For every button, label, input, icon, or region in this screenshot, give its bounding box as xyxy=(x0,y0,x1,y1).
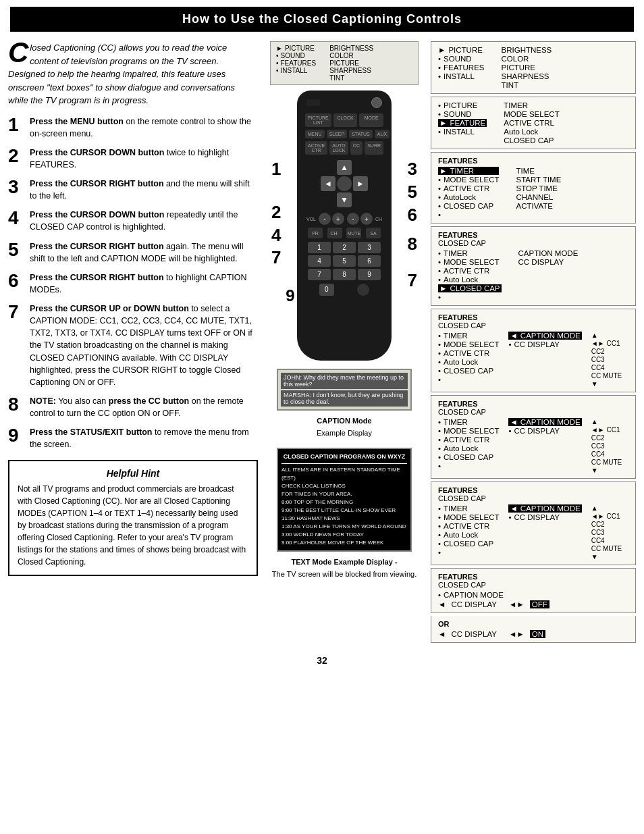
vol-up-button[interactable]: + xyxy=(332,213,344,225)
text-mode-line-8: 3:00 WORLD NEWS FOR TODAY xyxy=(281,531,407,539)
ch-ret-button[interactable]: CH- xyxy=(327,228,342,238)
panel7-cc3: CC3 xyxy=(591,529,622,536)
panel2-timer: TIMER xyxy=(504,101,559,109)
step-8: 8 NOTE: You also can press the CC button… xyxy=(8,395,258,419)
text-mode-line-7: 1:30 AS YOUR LIFE TURNS MY WORLD AROUND xyxy=(281,523,407,531)
text-mode-header: CLOSED CAPTION PROGRAMS ON WXYZ xyxy=(281,452,407,464)
text-mode-sublabel: The TV screen will be blocked from viewi… xyxy=(272,570,417,578)
ch-up-button[interactable]: + xyxy=(360,213,373,225)
keypad: 1 2 3 4 5 6 7 8 9 xyxy=(308,242,381,280)
step-4-number: 4 xyxy=(8,209,24,228)
panel5-cc-display-row: •CC DISPLAY xyxy=(508,340,581,348)
prev-button[interactable]: PR xyxy=(308,228,323,238)
second-button-row: MENU SLEEP STATUS AUX xyxy=(305,130,383,138)
panel7-autolock-row: •Auto Lock xyxy=(438,531,499,539)
panel9-or-label: OR xyxy=(438,620,628,628)
panel7-arrow-down: ▼ xyxy=(591,553,622,561)
steps-list: 1 Press the MENU button on the remote co… xyxy=(8,115,258,451)
menu-panel-4: FEATURES CLOSED CAP •TIMER •MODE SELECT … xyxy=(431,226,636,306)
text-mode-line-4: 8:00 TOP OF THE MORNING xyxy=(281,498,407,506)
ch-down-button[interactable]: - xyxy=(347,213,359,225)
step-2: 2 Press the CURSOR DOWN button twice to … xyxy=(8,147,258,171)
sleep-button[interactable]: SLEEP xyxy=(327,130,348,138)
panel2-active-ctrl: ACTIVE CTRL xyxy=(504,119,559,127)
remote-illustration-area: 1 247 356 8 7 xyxy=(270,90,419,361)
panel1-sharpness: SHARPNESS xyxy=(502,72,552,80)
status-button[interactable]: STATUS xyxy=(349,130,373,138)
step-6: 6 Press the CURSOR RIGHT button to highl… xyxy=(8,271,258,296)
key-2[interactable]: 2 xyxy=(333,242,356,253)
panel6-cc4: CC4 xyxy=(591,450,622,458)
panel3-activate: ACTIVATE xyxy=(516,202,561,210)
cc-button[interactable]: CC xyxy=(350,141,363,155)
cursor-right-button[interactable]: ► xyxy=(353,176,368,191)
key-7[interactable]: 7 xyxy=(308,269,331,280)
key-3[interactable]: 3 xyxy=(358,242,381,253)
step-labels-right: 356 8 7 xyxy=(408,158,417,292)
key-5[interactable]: 5 xyxy=(333,255,356,267)
step-1-number: 1 xyxy=(8,115,24,134)
panel7-caption-mode-row: ◄CAPTION MODE xyxy=(508,504,581,513)
panel1-install-row: •INSTALL xyxy=(438,72,485,80)
step-label-247: 247 xyxy=(271,201,281,269)
cursor-down-button[interactable]: ▼ xyxy=(337,192,352,207)
panel6-cc1-row: ◄►CC1 xyxy=(591,426,622,434)
panel4-autolock-row: •Auto Lock xyxy=(438,276,502,284)
step-9-number: 9 xyxy=(8,426,24,445)
text-mode-line-9: 9:00 PLAYHOUSE MOVIE OF THE WEEK xyxy=(281,539,407,547)
aux-button[interactable]: AUX xyxy=(375,130,390,138)
right-column: ►PICTURE •SOUND •FEATURES •INSTALL BRIGH… xyxy=(431,41,636,643)
step-5-text: Press the CURSOR RIGHT button again. The… xyxy=(30,240,258,265)
key-4[interactable]: 4 xyxy=(308,255,331,267)
panel3-mode-select-row: •MODE SELECT xyxy=(438,176,499,184)
panel5-mode-select-row: •MODE SELECT xyxy=(438,340,499,348)
step-9-label: 9 xyxy=(248,286,332,305)
panel6-empty-row: • xyxy=(438,462,499,470)
cursor-up-button[interactable]: ▲ xyxy=(337,160,352,175)
panel6-mode-select-row: •MODE SELECT xyxy=(438,427,499,435)
panel3-stop-time: STOP TIME xyxy=(516,184,561,192)
tv-screen-menu-top: ►PICTURE •SOUND •FEATURES •INSTALL BRIGH… xyxy=(270,41,419,85)
mute-button[interactable]: MUTE xyxy=(346,228,361,238)
panel6-active-ctr-row: •ACTIVE CTR xyxy=(438,436,499,444)
ch-label: CH xyxy=(375,217,382,221)
text-mode-line-6: 11:30 HASHMAT NEWS xyxy=(281,515,407,523)
sa-button[interactable]: SA xyxy=(366,228,381,238)
panel8-subtitle: CLOSED CAP xyxy=(438,581,628,589)
menu-button[interactable]: MENU xyxy=(305,130,325,138)
key-8[interactable]: 8 xyxy=(333,269,356,280)
clock-button[interactable]: CLOCK xyxy=(333,113,358,127)
active-ctr-button[interactable]: ACTIVECTR xyxy=(305,141,327,155)
caption-dialogue-1: JOHN: Why did they move the meeting up t… xyxy=(281,373,408,389)
panel7-cc1-row: ◄►CC1 xyxy=(591,513,622,520)
text-mode-label: TEXT Mode Example Display - xyxy=(291,558,397,566)
key-6[interactable]: 6 xyxy=(358,255,381,267)
surr-button[interactable]: SURR xyxy=(365,141,383,155)
panel3-empty-row: • xyxy=(438,211,499,219)
panel5-cc-mute: CC MUTE xyxy=(591,372,622,380)
key-1[interactable]: 1 xyxy=(308,242,331,253)
cursor-center xyxy=(337,176,352,191)
picture-list-button[interactable]: PICTURELIST xyxy=(305,113,331,127)
panel8-cc-display-row: ◄CC DISPLAY ◄►OFF xyxy=(438,600,628,608)
extra-button[interactable] xyxy=(357,284,369,296)
cursor-left-button[interactable]: ◄ xyxy=(321,176,336,191)
mode-button[interactable]: MODE xyxy=(359,113,383,127)
panel8-title: FEATURES xyxy=(438,573,628,581)
panel3-time: TIME xyxy=(516,167,561,175)
panel7-title: FEATURES xyxy=(438,486,628,494)
text-mode-display: CLOSED CAPTION PROGRAMS ON WXYZ ALL ITEM… xyxy=(277,448,412,552)
panel7-cc-display-row: •CC DISPLAY xyxy=(508,513,581,521)
panel5-cc4: CC4 xyxy=(591,364,622,371)
power-button[interactable] xyxy=(371,97,382,108)
panel1-picture-row: ►PICTURE xyxy=(438,46,485,54)
panel3-closed-cap-row: •CLOSED CAP xyxy=(438,202,499,210)
panel1-picture: PICTURE xyxy=(502,63,552,72)
auto-lock-button[interactable]: AUTOLOCK xyxy=(329,141,348,155)
step-6-number: 6 xyxy=(8,271,24,290)
caption-mode-label: CAPTION Mode xyxy=(317,417,371,425)
key-9[interactable]: 9 xyxy=(358,269,381,280)
step-9-text: Press the STATUS/EXIT button to remove t… xyxy=(30,426,258,450)
panel7-mode-select-row: •MODE SELECT xyxy=(438,513,499,521)
vol-down-button[interactable]: - xyxy=(319,213,331,225)
